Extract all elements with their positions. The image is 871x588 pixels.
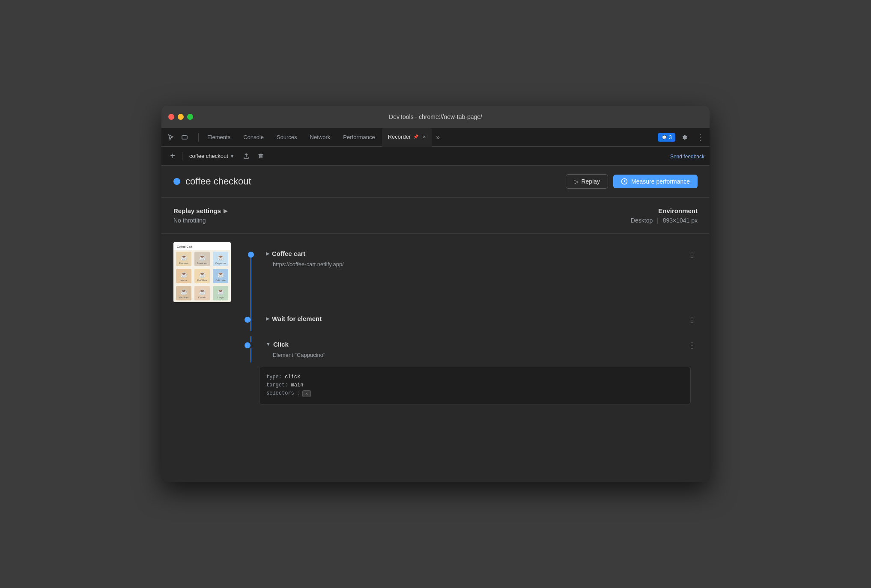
step-name-navigate: Coffee cart (272, 250, 305, 257)
step-header-click: ▼ Click ⋮ (266, 341, 698, 350)
tab-icon-group (165, 131, 191, 143)
cursor-icon-btn[interactable] (165, 131, 177, 143)
tab-bar: Elements Console Sources Network Perform… (161, 128, 710, 147)
selector-chevron-icon: ▾ (231, 153, 233, 159)
send-feedback-link[interactable]: Send feedback (670, 154, 704, 160)
toolbar-right: Send feedback (670, 152, 704, 160)
tab-recorder[interactable]: Recorder 📌 × (382, 128, 432, 147)
close-traffic-light[interactable] (168, 114, 174, 120)
svg-text:☕: ☕ (199, 288, 206, 295)
recording-status-dot (173, 178, 180, 185)
code-type-key: type (266, 374, 279, 380)
svg-text:Americano: Americano (197, 262, 207, 264)
svg-text:Cappucino: Cappucino (215, 262, 226, 264)
step-detail-click: Element "Cappucino" (266, 352, 698, 358)
issues-badge[interactable]: 💬 3 (658, 133, 675, 142)
throttling-value: No throttling (173, 217, 631, 224)
more-options-icon-btn[interactable]: ⋮ (694, 131, 706, 143)
traffic-lights (168, 114, 193, 120)
devtools-window: DevTools - chrome://new-tab-page/ Elemen… (161, 106, 710, 482)
svg-text:☕: ☕ (180, 254, 188, 261)
svg-text:Flat White: Flat White (197, 279, 207, 282)
recorder-toolbar: + coffee checkout ▾ Send feedback (161, 147, 710, 166)
tab-console[interactable]: Console (237, 128, 270, 147)
step-more-click[interactable]: ⋮ (686, 341, 698, 350)
step-header-wait: ▶ Wait for element ⋮ (266, 315, 698, 324)
step-body-wait: ▶ Wait for element ⋮ (259, 311, 698, 329)
svg-rect-1 (183, 135, 186, 136)
tab-bar-right: 💬 3 ⋮ (658, 131, 706, 143)
tab-elements[interactable]: Elements (201, 128, 236, 147)
tab-sep-1 (198, 133, 199, 142)
environment-value: Desktop | 893×1041 px (631, 217, 698, 224)
step-more-wait[interactable]: ⋮ (686, 315, 698, 324)
recording-title: coffee checkout (185, 176, 251, 187)
step-expand-icon-click[interactable]: ▼ (266, 342, 271, 347)
steps-container: Coffee Cart ☕ Espresso ☕ Americano (161, 234, 710, 482)
measure-performance-button[interactable]: Measure performance (613, 175, 698, 188)
step-body-click: ▼ Click ⋮ Element "Cappucino" (259, 336, 698, 362)
tab-performance[interactable]: Performance (337, 128, 381, 147)
step-name-click: Click (273, 341, 289, 348)
code-selectors-key: selectors (266, 389, 294, 398)
svg-text:☕: ☕ (217, 271, 225, 278)
svg-text:☕: ☕ (180, 271, 188, 278)
step-item-wait: ▶ Wait for element ⋮ (173, 311, 698, 336)
svg-text:☕: ☕ (199, 271, 206, 278)
measure-icon (621, 178, 628, 185)
delete-button[interactable] (255, 150, 267, 162)
add-recording-button[interactable]: + (167, 150, 179, 162)
recording-selector[interactable]: coffee checkout ▾ (186, 151, 237, 161)
layers-icon-btn[interactable] (179, 131, 191, 143)
svg-text:Macchiato: Macchiato (179, 296, 189, 299)
settings-right: Environment Desktop | 893×1041 px (631, 207, 698, 224)
step-more-navigate[interactable]: ⋮ (686, 250, 698, 259)
svg-text:☕: ☕ (217, 254, 225, 261)
tab-more-button[interactable]: » (433, 134, 443, 141)
svg-text:Cortado: Cortado (198, 296, 206, 299)
window-title: DevTools - chrome://new-tab-page/ (389, 113, 482, 120)
tab-close-icon[interactable]: × (423, 134, 426, 140)
tab-pin-icon: 📌 (413, 134, 418, 139)
svg-text:Coffee Cart: Coffee Cart (177, 245, 192, 248)
code-target-val: main (291, 382, 304, 388)
code-target-key: target (266, 382, 285, 388)
replay-button[interactable]: ▷ Replay (566, 174, 608, 189)
svg-text:☕: ☕ (217, 288, 225, 295)
selector-icon[interactable]: ↖ (302, 390, 311, 397)
step-screenshot: Coffee Cart ☕ Espresso ☕ Americano (173, 242, 231, 302)
tab-sources[interactable]: Sources (271, 128, 303, 147)
svg-text:Café Latte: Café Latte (215, 279, 225, 282)
maximize-traffic-light[interactable] (187, 114, 193, 120)
step-expand-icon-navigate[interactable]: ▶ (266, 251, 269, 256)
step-url-navigate: https://coffee-cart.netlify.app/ (266, 261, 698, 267)
recording-indicator: coffee checkout (173, 176, 566, 187)
main-content: coffee checkout ▷ Replay Measure perform… (161, 166, 710, 482)
minimize-traffic-light[interactable] (178, 114, 184, 120)
svg-text:Mocha: Mocha (180, 279, 187, 282)
toolbar-sep (182, 152, 182, 160)
svg-text:Espresso: Espresso (179, 262, 188, 264)
replay-play-icon: ▷ (574, 178, 579, 185)
recording-header: coffee checkout ▷ Replay Measure perform… (161, 166, 710, 198)
coffee-screenshot-svg: Coffee Cart ☕ Espresso ☕ Americano (173, 242, 231, 302)
svg-text:Lungo: Lungo (218, 296, 224, 299)
steps-list: Coffee Cart ☕ Espresso ☕ Americano (173, 242, 698, 422)
svg-text:☕: ☕ (199, 254, 206, 261)
svg-text:☕: ☕ (180, 288, 188, 295)
svg-text:💬: 💬 (662, 135, 667, 140)
settings-icon-btn[interactable] (679, 131, 691, 143)
step-expand-icon-wait[interactable]: ▶ (266, 316, 269, 321)
title-bar: DevTools - chrome://new-tab-page/ (161, 106, 710, 128)
step-item-click: ▼ Click ⋮ Element "Cappucino" type: clic… (173, 336, 698, 422)
export-button[interactable] (240, 150, 252, 162)
replay-settings-toggle[interactable]: Replay settings ▶ (173, 207, 631, 214)
code-type-val: click (285, 374, 300, 380)
svg-rect-0 (182, 136, 187, 139)
toolbar-actions (240, 150, 267, 162)
step-code-block: type: click target: main selectors: ↖ (259, 367, 691, 404)
step-body-navigate: ▶ Coffee cart ⋮ https://coffee-cart.netl… (259, 242, 698, 272)
environment-title: Environment (631, 207, 698, 214)
header-actions: ▷ Replay Measure performance (566, 174, 698, 189)
tab-network[interactable]: Network (304, 128, 337, 147)
